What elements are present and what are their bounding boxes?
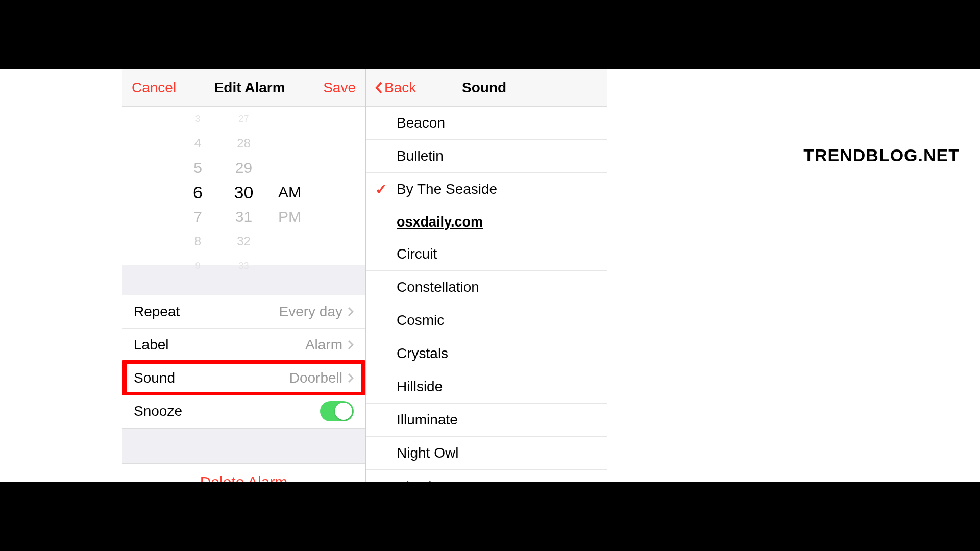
setting-snooze-label: Snooze — [134, 403, 182, 419]
picker-ampm-column[interactable]: AM PM — [267, 107, 313, 265]
sound-option-bulletin[interactable]: Bulletin — [366, 140, 607, 173]
snooze-toggle[interactable] — [320, 401, 354, 421]
sound-option-constellation[interactable]: Constellation — [366, 271, 607, 304]
setting-repeat[interactable]: Repeat Every day — [122, 295, 365, 329]
picker-hour-column[interactable]: 3 4 5 6 7 8 9 — [175, 107, 221, 265]
picker-hour-option[interactable]: 9 — [175, 254, 221, 278]
sound-option-playtime[interactable]: Playtime — [366, 470, 607, 482]
picker-minute-option[interactable]: 29 — [221, 156, 267, 180]
picker-hour-option[interactable]: 3 — [175, 107, 221, 131]
picker-hour-option[interactable]: 5 — [175, 156, 221, 180]
chevron-right-icon — [348, 340, 354, 350]
time-picker[interactable]: 3 4 5 6 7 8 9 27 28 29 30 31 32 — [122, 107, 365, 265]
setting-label-label: Label — [134, 337, 169, 353]
sound-option-illuminate[interactable]: Illuminate — [366, 404, 607, 437]
nav-title: Sound — [416, 80, 552, 96]
sound-option-by-the-seaside[interactable]: By The Seaside — [366, 173, 607, 206]
save-button[interactable]: Save — [323, 80, 356, 96]
picker-minute-option[interactable]: 28 — [221, 131, 267, 156]
section-gap — [122, 428, 365, 464]
setting-label[interactable]: Label Alarm — [122, 329, 365, 362]
letterbox-top — [0, 0, 980, 69]
setting-repeat-label: Repeat — [134, 304, 180, 320]
navbar-edit-alarm: Cancel Edit Alarm Save — [122, 69, 365, 107]
picker-minute-option[interactable]: 33 — [221, 254, 267, 278]
delete-alarm-button[interactable]: Delete Alarm — [122, 464, 365, 482]
inline-watermark: osxdaily.com — [366, 206, 607, 238]
setting-label-value: Alarm — [305, 337, 342, 353]
letterbox-bottom — [0, 482, 980, 551]
picker-hour-option[interactable]: 7 — [175, 205, 221, 229]
picker-minute-selected[interactable]: 30 — [221, 180, 267, 205]
back-button[interactable]: Back — [375, 80, 416, 96]
picker-minute-option[interactable]: 32 — [221, 229, 267, 254]
screen-sound-list: Back Sound Beacon Bulletin By The Seasid… — [365, 69, 607, 482]
picker-minute-option[interactable]: 27 — [221, 107, 267, 131]
nav-title: Edit Alarm — [176, 80, 323, 96]
sound-option-beacon[interactable]: Beacon — [366, 107, 607, 140]
screen-edit-alarm: Cancel Edit Alarm Save 3 4 5 6 7 8 9 — [122, 69, 365, 482]
sound-option-crystals[interactable]: Crystals — [366, 337, 607, 370]
setting-sound[interactable]: Sound Doorbell — [122, 362, 365, 395]
picker-hour-option[interactable]: 8 — [175, 229, 221, 254]
toggle-knob — [335, 403, 352, 420]
sound-option-cosmic[interactable]: Cosmic — [366, 304, 607, 337]
setting-snooze: Snooze — [122, 395, 365, 428]
chevron-left-icon — [375, 82, 382, 94]
setting-sound-value: Doorbell — [289, 370, 342, 386]
picker-ampm-selected[interactable]: AM — [267, 180, 313, 205]
sound-option-circuit[interactable]: Circuit — [366, 238, 607, 271]
navbar-sound: Back Sound — [366, 69, 607, 107]
picker-hour-selected[interactable]: 6 — [175, 180, 221, 205]
picker-minute-column[interactable]: 27 28 29 30 31 32 33 — [221, 107, 267, 265]
chevron-right-icon — [348, 307, 354, 317]
page-watermark: TRENDBLOG.NET — [803, 145, 960, 165]
picker-minute-option[interactable]: 31 — [221, 205, 267, 229]
sound-option-hillside[interactable]: Hillside — [366, 370, 607, 404]
setting-sound-label: Sound — [134, 370, 175, 386]
chevron-right-icon — [348, 373, 354, 383]
picker-hour-option[interactable]: 4 — [175, 131, 221, 156]
sound-list: Beacon Bulletin By The Seaside osxdaily.… — [366, 107, 607, 482]
back-label: Back — [384, 80, 416, 96]
cancel-button[interactable]: Cancel — [132, 80, 176, 96]
sound-option-night-owl[interactable]: Night Owl — [366, 437, 607, 470]
setting-repeat-value: Every day — [279, 304, 343, 320]
picker-ampm-option[interactable]: PM — [267, 205, 313, 229]
alarm-settings-list: Repeat Every day Label Alarm — [122, 295, 365, 428]
